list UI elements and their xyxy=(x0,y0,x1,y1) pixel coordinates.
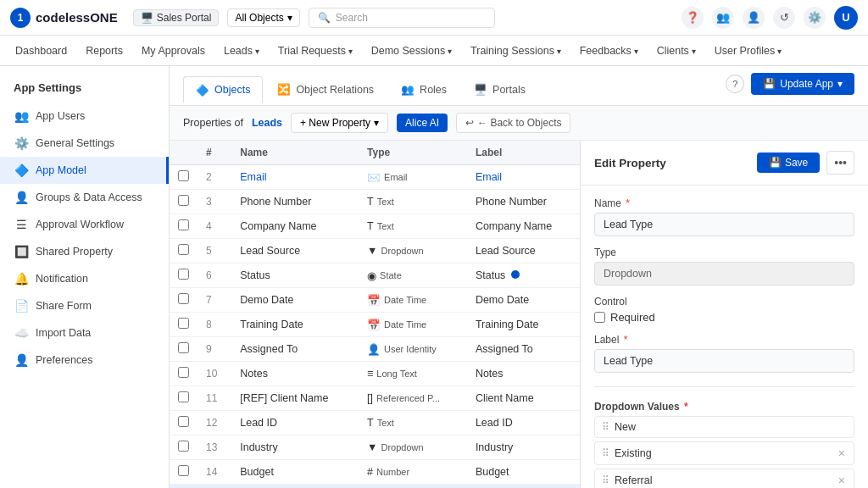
search-bar[interactable]: 🔍 Search xyxy=(309,8,495,28)
required-checkbox[interactable] xyxy=(594,312,605,323)
new-property-button[interactable]: + New Property ▾ xyxy=(291,113,388,133)
sidebar-item-app-users[interactable]: 👥 App Users xyxy=(0,103,169,130)
update-app-button[interactable]: 💾 Update App ▾ xyxy=(751,73,854,95)
tab-object-relations[interactable]: 🔀 Object Relations xyxy=(264,76,387,102)
save-icon: 💾 xyxy=(763,78,776,90)
avatar[interactable]: U xyxy=(834,6,858,30)
row-checkbox[interactable] xyxy=(178,391,189,402)
sidebar-item-groups-data[interactable]: 👤 Groups & Data Access xyxy=(0,184,169,211)
nav-user-profiles[interactable]: User Profiles xyxy=(713,38,783,64)
row-name[interactable]: Demo Date xyxy=(231,288,359,313)
table-row: 2 Email ✉️ Email Email xyxy=(170,165,580,190)
row-checkbox[interactable] xyxy=(178,441,189,452)
save-label: Save xyxy=(785,157,808,169)
row-name[interactable]: Lead Type xyxy=(231,485,359,489)
roles-icon: 👥 xyxy=(401,83,415,96)
remove-referral-button[interactable]: × xyxy=(837,474,847,487)
row-name[interactable]: Training Date xyxy=(231,313,359,337)
row-checkbox[interactable] xyxy=(178,219,189,230)
nav-leads[interactable]: Leads xyxy=(222,38,261,64)
nav-dashboard[interactable]: Dashboard xyxy=(14,38,69,64)
nav-feedbacks[interactable]: Feedbacks xyxy=(578,38,640,64)
portal-badge[interactable]: 🖥️ Sales Portal xyxy=(133,9,220,26)
row-label: Lead ID xyxy=(467,411,580,435)
all-objects-button[interactable]: All Objects ▾ xyxy=(227,8,299,27)
chevron-down-icon: ▾ xyxy=(287,12,292,24)
nav-clients[interactable]: Clients xyxy=(655,38,698,64)
nav-approvals[interactable]: My Approvals xyxy=(140,38,207,64)
type-field-value: Dropdown xyxy=(594,262,854,286)
sidebar-item-preferences[interactable]: 👤 Preferences xyxy=(0,347,169,374)
status-dot xyxy=(511,270,520,279)
row-num: 9 xyxy=(198,337,231,362)
table-row-highlighted[interactable]: ➡ 15 Lead Type ▼ Dropdown Lead Type xyxy=(170,485,580,489)
row-type: 👤 User Identity xyxy=(359,337,467,362)
person-add-icon[interactable]: 👤 xyxy=(743,7,765,29)
row-name[interactable]: Phone Number xyxy=(231,190,359,214)
row-checkbox[interactable] xyxy=(178,293,189,304)
control-field-group: Control Required xyxy=(594,296,854,324)
row-type: ✉️ Email xyxy=(359,165,467,190)
save-button[interactable]: 💾 Save xyxy=(757,152,820,173)
sidebar-item-notification[interactable]: 🔔 Notification xyxy=(0,265,169,292)
nav-training-sessions[interactable]: Training Sessions xyxy=(469,38,563,64)
sidebar-item-approval-workflow[interactable]: ☰ Approval Workflow xyxy=(0,211,169,238)
row-type: ▼ Dropdown xyxy=(359,239,467,263)
sidebar-item-app-model[interactable]: 🔷 App Model xyxy=(0,157,169,184)
sidebar-item-shared-property[interactable]: 🔲 Shared Property xyxy=(0,238,169,265)
row-checkbox[interactable] xyxy=(178,342,189,353)
row-checkbox[interactable] xyxy=(178,195,189,206)
row-name[interactable]: [REF] Client Name xyxy=(231,386,359,411)
drag-handle-icon[interactable]: ⠿ xyxy=(602,447,609,459)
row-checkbox[interactable] xyxy=(178,318,189,329)
row-name[interactable]: Notes xyxy=(231,362,359,386)
row-checkbox[interactable] xyxy=(178,416,189,427)
table-row: 8 Training Date 📅 Date Time Training Dat… xyxy=(170,313,580,337)
users-icon: 👥 xyxy=(14,109,29,123)
settings-icon[interactable]: ⚙️ xyxy=(804,7,826,29)
drag-handle-icon[interactable]: ⠿ xyxy=(602,474,609,486)
history-icon[interactable]: ↺ xyxy=(773,7,795,29)
row-checkbox[interactable] xyxy=(178,170,189,181)
row-checkbox[interactable] xyxy=(178,465,189,476)
drag-handle-icon[interactable]: ⠿ xyxy=(602,421,609,433)
row-type: ≡ Long Text xyxy=(359,362,467,386)
name-field-input[interactable] xyxy=(594,213,854,236)
row-checkbox[interactable] xyxy=(178,244,189,255)
sidebar-item-import-data[interactable]: ☁️ Import Data xyxy=(0,319,169,347)
sidebar-label-import-data: Import Data xyxy=(36,327,91,339)
tab-objects[interactable]: 🔷 Objects xyxy=(183,76,263,103)
tab-portals[interactable]: 🖥️ Portals xyxy=(461,76,538,102)
help-icon[interactable]: ❓ xyxy=(682,7,704,29)
tab-roles[interactable]: 👥 Roles xyxy=(388,76,459,102)
row-name[interactable]: Lead ID xyxy=(231,411,359,435)
nav-trial-requests[interactable]: Trial Requests xyxy=(276,38,354,64)
tab-roles-label: Roles xyxy=(420,84,447,96)
back-to-objects-button[interactable]: ↩ ← Back to Objects xyxy=(456,113,570,133)
row-name[interactable]: Budget xyxy=(231,460,359,485)
more-options-button[interactable]: ••• xyxy=(826,151,854,175)
row-label: Industry xyxy=(467,435,580,460)
row-name[interactable]: Lead Source xyxy=(231,239,359,263)
users-icon[interactable]: 👥 xyxy=(712,7,734,29)
row-checkbox[interactable] xyxy=(178,367,189,378)
nav-reports[interactable]: Reports xyxy=(84,38,125,64)
top-nav: 1 codelessONE 🖥️ Sales Portal All Object… xyxy=(0,0,868,36)
row-name[interactable]: Email xyxy=(231,165,359,190)
label-field-input[interactable] xyxy=(594,349,854,373)
tab-help-icon[interactable]: ? xyxy=(726,75,744,93)
properties-object[interactable]: Leads xyxy=(252,117,282,129)
required-label: Required xyxy=(610,311,655,324)
row-name[interactable]: Industry xyxy=(231,435,359,460)
alice-ai-button[interactable]: Alice AI xyxy=(397,114,448,132)
sidebar-item-general-settings[interactable]: ⚙️ General Settings xyxy=(0,130,169,157)
remove-existing-button[interactable]: × xyxy=(837,446,847,460)
row-checkbox[interactable] xyxy=(178,269,189,280)
row-name[interactable]: Assigned To xyxy=(231,337,359,362)
col-checkbox xyxy=(170,141,198,165)
row-name[interactable]: Company Name xyxy=(231,214,359,239)
nav-demo-sessions[interactable]: Demo Sessions xyxy=(370,38,453,64)
sidebar-item-share-form[interactable]: 📄 Share Form xyxy=(0,292,169,319)
table-edit-container: # Name Type Label 2 Email ✉️ Email Emai xyxy=(170,141,868,488)
row-name[interactable]: Status xyxy=(231,263,359,288)
